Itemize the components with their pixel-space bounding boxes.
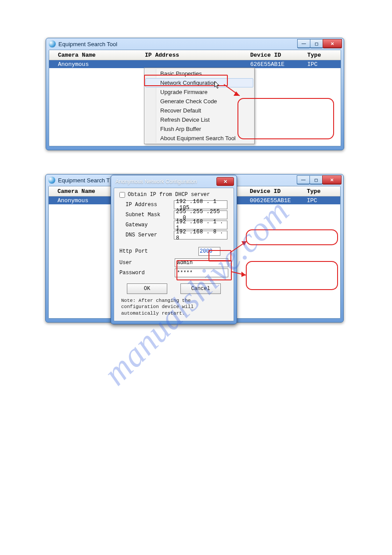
minimize-button[interactable]: — bbox=[297, 39, 310, 48]
cell-type: IPC bbox=[304, 61, 339, 68]
window-title-partial: Equipment Search T bbox=[58, 177, 110, 184]
dialog-close-button[interactable]: ✕ bbox=[216, 177, 234, 186]
network-config-dialog: Anonymous Network Configuration ✕ Obtain… bbox=[111, 175, 237, 324]
grid-header: Camera Name IP Address Device ID Type bbox=[49, 50, 341, 60]
user-field[interactable]: admin bbox=[175, 258, 228, 267]
cell-camera-name: Anonymous bbox=[49, 61, 141, 68]
cell-device-id: 626E55AB1E bbox=[247, 61, 304, 68]
password-field[interactable]: ***** bbox=[175, 268, 228, 277]
app-icon bbox=[49, 40, 56, 47]
table-row[interactable]: Anonymous 626E55AB1E IPC bbox=[49, 60, 341, 68]
dns-server-label: DNS Server bbox=[126, 232, 174, 238]
subnet-mask-label: Subnet Mask bbox=[126, 212, 174, 218]
password-label: Password bbox=[119, 270, 175, 276]
cell-device-id: 00626E55AB1E bbox=[246, 197, 303, 204]
app-icon bbox=[48, 177, 55, 184]
subnet-mask-field[interactable]: 255 .255 .255 . 0 bbox=[174, 210, 227, 219]
ip-address-label: IP Address bbox=[126, 202, 174, 208]
user-label: User bbox=[119, 260, 175, 266]
maximize-button[interactable]: ◻ bbox=[309, 175, 323, 185]
col-device-id: Device ID bbox=[247, 52, 304, 58]
cell-type: IPC bbox=[303, 197, 338, 204]
col-type: Type bbox=[303, 188, 338, 195]
dns-server-field[interactable]: 192 .168 . 8 . 8 bbox=[174, 231, 227, 239]
dhcp-checkbox[interactable] bbox=[119, 192, 125, 198]
menu-item-generate-check-code[interactable]: Generate Check Code bbox=[145, 97, 253, 106]
dialog-titlebar: Anonymous Network Configuration ✕ bbox=[111, 175, 237, 188]
menu-item-about[interactable]: About Equipment Search Tool bbox=[145, 134, 253, 143]
close-button[interactable]: ✕ bbox=[322, 175, 342, 185]
close-button[interactable]: ✕ bbox=[323, 39, 342, 48]
equipment-search-window-1: Equipment Search Tool — ◻ ✕ Camera Name … bbox=[46, 38, 344, 150]
titlebar-1: Equipment Search Tool — ◻ ✕ bbox=[46, 38, 344, 50]
minimize-button[interactable]: — bbox=[297, 175, 310, 185]
context-menu: Basic Properties Network Configuration U… bbox=[144, 68, 255, 144]
gateway-label: Gateway bbox=[126, 222, 174, 228]
http-port-field[interactable]: 2000 bbox=[198, 247, 220, 256]
col-type: Type bbox=[304, 52, 339, 58]
menu-item-recover-default[interactable]: Recover Default bbox=[145, 106, 253, 115]
col-device-id: Device ID bbox=[246, 188, 303, 195]
col-ip-address: IP Address bbox=[141, 52, 247, 58]
menu-item-network-configuration[interactable]: Network Configuration bbox=[145, 78, 253, 87]
dialog-note: Note: After changing the configuration d… bbox=[119, 297, 228, 316]
cancel-button[interactable]: Cancel bbox=[180, 283, 221, 294]
menu-item-upgrade-firmware[interactable]: Upgrade Firmware bbox=[145, 87, 253, 97]
menu-item-flush-arp-buffer[interactable]: Flush Arp Buffer bbox=[145, 124, 253, 134]
col-camera-name: Camera Name bbox=[49, 52, 141, 58]
ip-address-field[interactable]: 192 .168 . 1 .105 bbox=[174, 200, 227, 209]
maximize-button[interactable]: ◻ bbox=[310, 39, 323, 48]
gateway-field[interactable]: 192 .168 . 1 . 1 bbox=[174, 221, 227, 229]
ok-button[interactable]: OK bbox=[127, 283, 167, 294]
menu-item-refresh-device-list[interactable]: Refresh Device List bbox=[145, 115, 253, 124]
window-title: Equipment Search Tool bbox=[58, 41, 117, 47]
menu-item-basic-properties[interactable]: Basic Properties bbox=[145, 69, 253, 78]
http-port-label: Http Port bbox=[119, 248, 168, 254]
dialog-title: Anonymous Network Configuration bbox=[114, 178, 197, 185]
dhcp-label: Obtain IP from DHCP server bbox=[128, 192, 210, 198]
